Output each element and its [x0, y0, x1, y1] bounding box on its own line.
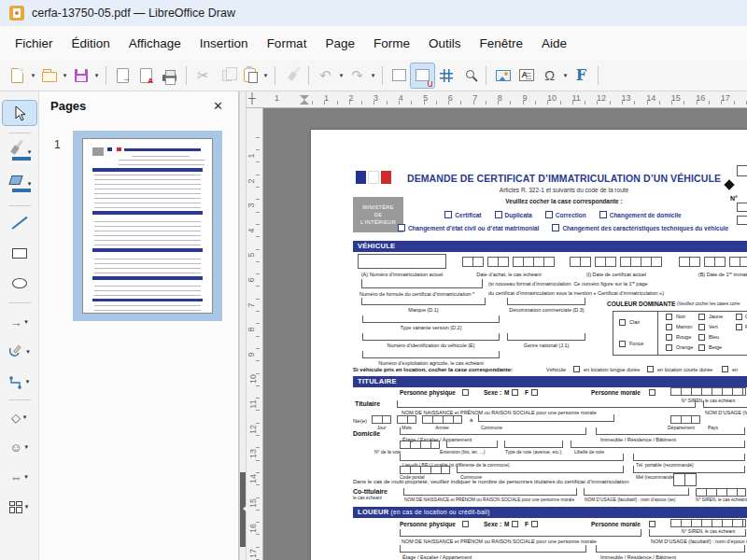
checkbox-gris	[736, 314, 742, 320]
label-bleu: Bleu	[709, 335, 719, 341]
document-page[interactable]: MINISTÈRE DE L'INTÉRIEUR DEMANDE DE CERT…	[311, 130, 747, 560]
select-tool[interactable]	[3, 101, 36, 125]
line-color-tool[interactable]: ▾	[3, 140, 36, 164]
clone-formatting-button[interactable]	[280, 63, 303, 88]
label-orange: Orange	[676, 345, 693, 351]
cut-button[interactable]: ✂	[191, 63, 215, 88]
paste-dropdown[interactable]: ▾	[261, 72, 270, 79]
save-button[interactable]	[69, 63, 92, 88]
curve-tool[interactable]: ▾	[3, 340, 36, 364]
checkbox-correction	[545, 211, 553, 218]
helplines-button[interactable]	[434, 63, 458, 88]
connector-dropdown[interactable]: ▾	[24, 378, 31, 385]
undo-button[interactable]: ↶	[314, 63, 337, 88]
field-loueur-siren	[670, 519, 746, 527]
helplines-icon	[440, 69, 453, 82]
curve-dropdown[interactable]: ▾	[25, 348, 32, 356]
checkbox-loueur-sexe-f	[531, 521, 538, 527]
new-document-button[interactable]	[6, 63, 29, 88]
rectangle-tool[interactable]	[3, 241, 36, 265]
field-co-siren	[696, 488, 746, 497]
field-telephone	[633, 454, 745, 461]
export-pdf-button[interactable]: A	[134, 63, 158, 88]
insert-textbox-button[interactable]: A	[514, 63, 538, 88]
block-arrows-tool[interactable]: ⇔▾	[3, 465, 36, 489]
field-co-usage	[584, 488, 689, 496]
export-pdf-icon: A	[140, 68, 152, 83]
lines-arrows-dropdown[interactable]: ▾	[23, 318, 30, 326]
panel-collapse-handle[interactable]	[240, 472, 246, 547]
ruler-number: 1	[247, 153, 256, 158]
label-mel: Mél (recommandé)	[636, 475, 675, 480]
horizontal-ruler[interactable]: ┼ 1 1234567891011121314151617	[247, 91, 747, 108]
flowchart-dropdown[interactable]: ▾	[23, 503, 30, 511]
save-dropdown[interactable]: ▾	[92, 72, 101, 79]
ellipse-tool[interactable]	[3, 271, 36, 295]
copy-button[interactable]	[215, 63, 238, 88]
checkbox-orange	[666, 344, 672, 351]
display-grid-button[interactable]	[388, 63, 411, 88]
undo-dropdown[interactable]: ▾	[337, 72, 345, 79]
insert-image-button[interactable]	[491, 63, 514, 88]
menu-edition[interactable]: Édition	[63, 32, 120, 55]
header-checkbox-row-1: Certificat Duplicata Correction Changeme…	[376, 211, 747, 218]
export-icon: →	[117, 68, 129, 83]
close-icon[interactable]: ✕	[209, 97, 227, 115]
menu-page[interactable]: Page	[316, 32, 364, 55]
field-marque	[361, 298, 486, 305]
pages-panel-title: Pages	[50, 99, 86, 113]
open-button[interactable]	[37, 63, 61, 88]
redo-dropdown[interactable]: ▾	[369, 72, 377, 79]
cut-icon: ✂	[197, 68, 209, 82]
block-arrows-dropdown[interactable]: ▾	[23, 473, 30, 481]
page-thumbnail-number: 1	[54, 138, 61, 151]
workspace: ┼ 1 1234567891011121314151617 1234567891…	[247, 91, 747, 560]
basic-shapes-dropdown[interactable]: ▾	[21, 413, 28, 421]
panel-splitter[interactable]	[239, 91, 247, 560]
menu-aide[interactable]: Aide	[532, 32, 576, 55]
ruler-number: 4	[247, 228, 256, 232]
label-loueur-personne-physique: Personne physique	[400, 522, 456, 528]
label-date-premiere: (B) Date de 1ʳᵉ immatric	[679, 273, 747, 278]
menu-fichier[interactable]: Fichier	[6, 32, 63, 55]
snap-to-grid-button[interactable]	[411, 63, 434, 88]
menu-fenetre[interactable]: Fenêtre	[470, 32, 532, 55]
menu-format[interactable]: Format	[258, 32, 317, 55]
toolbar-separator	[598, 66, 599, 85]
checkbox-noir	[666, 314, 672, 320]
field-vin	[362, 333, 500, 341]
connector-tool[interactable]: ▾	[3, 370, 36, 394]
lines-and-arrows-tool[interactable]: →▾	[3, 310, 36, 334]
new-document-dropdown[interactable]: ▾	[29, 72, 37, 79]
field-type-voie	[504, 441, 563, 448]
print-button[interactable]	[158, 63, 181, 88]
field-mois	[397, 415, 416, 424]
page-thumbnail-selected[interactable]	[73, 131, 222, 321]
line-icon	[12, 217, 27, 230]
menu-insertion[interactable]: Insertion	[190, 32, 258, 55]
fill-color-dropdown[interactable]: ▾	[26, 180, 33, 188]
menu-affichage[interactable]: Affichage	[120, 32, 190, 55]
symbol-shapes-tool[interactable]: ☺▾	[3, 435, 36, 459]
special-character-button[interactable]: Ω	[538, 63, 561, 88]
flowchart-tool[interactable]: ▾	[3, 495, 36, 519]
symbol-shapes-dropdown[interactable]: ▾	[23, 443, 30, 451]
zoom-button[interactable]	[458, 63, 481, 88]
fontwork-button[interactable]: F	[570, 63, 593, 88]
menu-forme[interactable]: Forme	[364, 32, 419, 55]
label-multi-propriete: Dans le cas de multi-propriété, veuillez…	[353, 479, 628, 484]
export-button[interactable]: →	[111, 63, 134, 88]
special-character-dropdown[interactable]: ▾	[561, 72, 570, 79]
line-color-dropdown[interactable]: ▾	[26, 148, 33, 156]
paste-button[interactable]	[238, 63, 261, 88]
drawing-canvas[interactable]: MINISTÈRE DE L'INTÉRIEUR DEMANDE DE CERT…	[263, 108, 747, 560]
insert-textbox-icon: A	[519, 69, 534, 81]
fill-color-tool[interactable]: ▾	[3, 172, 36, 196]
open-dropdown[interactable]: ▾	[61, 72, 69, 79]
checkbox-vert	[698, 324, 705, 330]
basic-shapes-tool[interactable]: ◇▾	[3, 405, 36, 429]
redo-button[interactable]: ↷	[345, 63, 369, 88]
insert-line-tool[interactable]	[3, 211, 36, 235]
menu-outils[interactable]: Outils	[419, 32, 471, 55]
vertical-ruler[interactable]: 1234567891011121314151617	[247, 108, 263, 560]
